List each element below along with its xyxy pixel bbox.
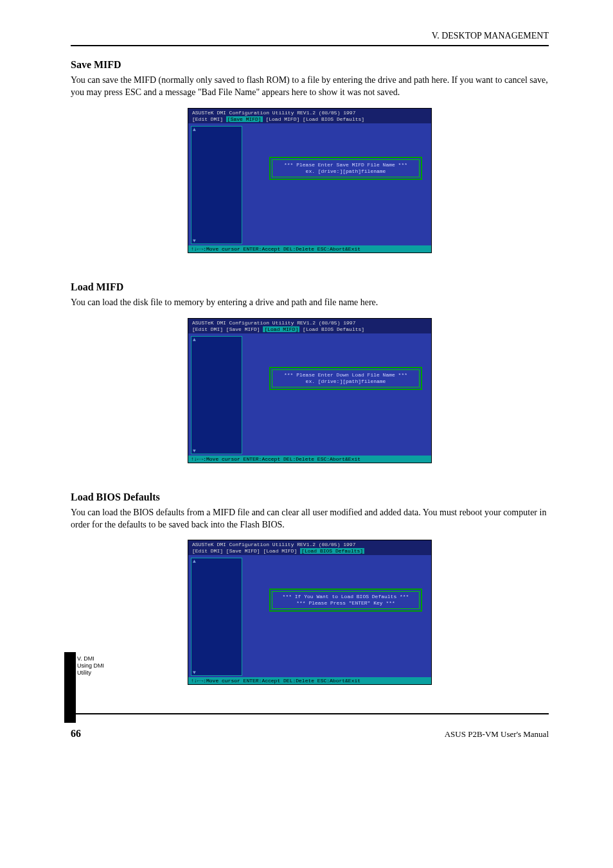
bios-titlebar: ASUSTeK DMI Configuration Utility REV1.2… (188, 540, 431, 555)
bios-footer: ↑↓←→:Move cursor ENTER:Accept DEL:Delete… (188, 677, 431, 684)
footer-model: ASUS P2B-VM User's Manual (445, 729, 549, 740)
bios-body: ▲ ▼ *** Please Enter Save MIFD File Name… (188, 123, 431, 245)
menu-save[interactable]: [Save MIFD] (226, 116, 263, 122)
menu-load[interactable]: [Load MIFD] (263, 326, 299, 332)
bios-left-panel: ▲ ▼ (191, 558, 242, 676)
section-title-save: Save MIFD (71, 59, 549, 71)
menu-edit[interactable]: [Edit DMI] (192, 548, 223, 554)
side-tab-label: V. DMI Using DMI Utility (77, 655, 116, 677)
dialog-box: *** Please Enter Save MIFD File Name ***… (269, 157, 422, 180)
bios-screenshot-defaults: ASUSTeK DMI Configuration Utility REV1.2… (188, 540, 432, 685)
menu-load[interactable]: [Load MIFD] (265, 116, 299, 122)
menu-save[interactable]: [Save MIFD] (226, 548, 260, 554)
section-title-defaults: Load BIOS Defaults (71, 492, 549, 503)
side-tab (64, 652, 76, 723)
header-right: V. DESKTOP MANAGEMENT (71, 31, 549, 41)
bios-screenshot-load: ASUSTeK DMI Configuration Utility REV1.2… (188, 318, 432, 463)
bios-screenshot-save: ASUSTeK DMI Configuration Utility REV1.2… (188, 108, 432, 253)
dialog-line2: ex. [drive:][path]filename (275, 168, 416, 175)
footer-rule (71, 713, 549, 714)
scroll-up-icon[interactable]: ▲ (193, 558, 196, 564)
dialog-inner[interactable]: *** Please Enter Down Load File Name ***… (272, 369, 420, 387)
menu-edit[interactable]: [Edit DMI] (192, 326, 223, 332)
bios-footer: ↑↓←→:Move cursor ENTER:Accept DEL:Delete… (188, 245, 431, 252)
scroll-down-icon[interactable]: ▼ (193, 669, 196, 675)
menu-load[interactable]: [Load MIFD] (263, 548, 297, 554)
bios-body: ▲ ▼ *** Please Enter Down Load File Name… (188, 333, 431, 456)
page-number: 66 (71, 728, 81, 740)
dialog-line1: *** If You Want to Load BIOS Defaults **… (275, 594, 416, 600)
scroll-up-icon[interactable]: ▲ (193, 337, 196, 342)
menu-defaults[interactable]: [Load BIOS Defaults] (300, 548, 364, 554)
bios-footer: ↑↓←→:Move cursor ENTER:Accept DEL:Delete… (188, 456, 431, 463)
bios-left-panel: ▲ ▼ (191, 126, 242, 244)
bios-title: ASUSTeK DMI Configuration Utility REV1.2… (192, 542, 427, 548)
bios-right-panel: *** Please Enter Down Load File Name ***… (246, 336, 429, 453)
bios-title: ASUSTeK DMI Configuration Utility REV1.2… (192, 320, 427, 326)
bios-titlebar: ASUSTeK DMI Configuration Utility REV1.2… (188, 319, 431, 333)
section-body-defaults: You can load the BIOS defaults from a MI… (71, 507, 549, 531)
bios-right-panel: *** If You Want to Load BIOS Defaults **… (246, 558, 429, 675)
side-tab-line2: Using DMI Utility (77, 662, 116, 677)
scroll-up-icon[interactable]: ▲ (193, 127, 196, 132)
menu-defaults[interactable]: [Load BIOS Defaults] (303, 116, 364, 122)
dialog-line1: *** Please Enter Down Load File Name *** (275, 372, 416, 378)
bios-right-panel: *** Please Enter Save MIFD File Name ***… (246, 126, 429, 243)
menu-edit[interactable]: [Edit DMI] (192, 116, 223, 122)
side-tab-line1: V. DMI (77, 655, 116, 662)
header-rule (71, 45, 549, 46)
section-body-save: You can save the MIFD (normally only sav… (71, 75, 549, 99)
menu-save[interactable]: [Save MIFD] (226, 326, 260, 332)
scroll-down-icon[interactable]: ▼ (193, 238, 196, 244)
section-body-load: You can load the disk file to memory by … (71, 297, 549, 309)
bios-body: ▲ ▼ *** If You Want to Load BIOS Default… (188, 555, 431, 677)
dialog-box: *** Please Enter Down Load File Name ***… (269, 367, 422, 390)
dialog-line1: *** Please Enter Save MIFD File Name *** (275, 162, 416, 168)
menu-defaults[interactable]: [Load BIOS Defaults] (303, 326, 364, 332)
dialog-line2: *** Please Press "ENTER" Key *** (275, 600, 416, 607)
section-title-load: Load MIFD (71, 281, 549, 293)
dialog-line2: ex. [drive:][path]filename (275, 378, 416, 385)
dialog-inner[interactable]: *** If You Want to Load BIOS Defaults **… (272, 591, 420, 609)
scroll-down-icon[interactable]: ▼ (193, 448, 196, 454)
dialog-inner[interactable]: *** Please Enter Save MIFD File Name ***… (272, 159, 420, 177)
bios-title: ASUSTeK DMI Configuration Utility REV1.2… (192, 110, 427, 116)
bios-left-panel: ▲ ▼ (191, 336, 242, 454)
bios-titlebar: ASUSTeK DMI Configuration Utility REV1.2… (188, 109, 431, 123)
page-footer: 66 ASUS P2B-VM User's Manual (71, 727, 549, 740)
dialog-box: *** If You Want to Load BIOS Defaults **… (269, 589, 422, 612)
